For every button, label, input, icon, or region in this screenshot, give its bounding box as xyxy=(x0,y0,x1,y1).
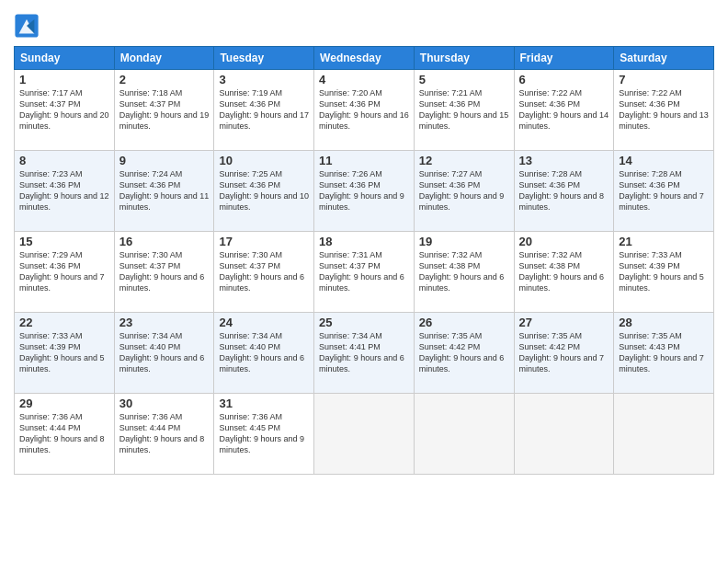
day-number: 13 xyxy=(519,154,609,167)
calendar-day-26: 26Sunrise: 7:35 AMSunset: 4:42 PMDayligh… xyxy=(414,313,514,394)
day-number: 1 xyxy=(19,73,109,86)
day-info: Sunrise: 7:32 AMSunset: 4:38 PMDaylight:… xyxy=(519,249,609,294)
day-number: 29 xyxy=(19,396,109,410)
day-info: Sunrise: 7:26 AMSunset: 4:36 PMDaylight:… xyxy=(319,168,409,213)
day-number: 5 xyxy=(419,73,509,86)
day-number: 10 xyxy=(219,154,309,167)
day-info: Sunrise: 7:30 AMSunset: 4:37 PMDaylight:… xyxy=(219,249,309,294)
calendar-day-24: 24Sunrise: 7:34 AMSunset: 4:40 PMDayligh… xyxy=(214,313,314,394)
day-info: Sunrise: 7:27 AMSunset: 4:36 PMDaylight:… xyxy=(419,168,509,213)
calendar-day-13: 13Sunrise: 7:28 AMSunset: 4:36 PMDayligh… xyxy=(514,151,614,232)
day-info: Sunrise: 7:32 AMSunset: 4:38 PMDaylight:… xyxy=(419,249,509,294)
calendar-day-6: 6Sunrise: 7:22 AMSunset: 4:36 PMDaylight… xyxy=(514,70,614,151)
day-info: Sunrise: 7:17 AMSunset: 4:37 PMDaylight:… xyxy=(19,87,109,132)
day-number: 24 xyxy=(219,316,309,329)
day-info: Sunrise: 7:35 AMSunset: 4:42 PMDaylight:… xyxy=(519,330,609,375)
calendar-day-18: 18Sunrise: 7:31 AMSunset: 4:37 PMDayligh… xyxy=(314,232,415,313)
day-number: 4 xyxy=(319,73,409,86)
day-number: 27 xyxy=(519,316,609,329)
calendar-day-28: 28Sunrise: 7:35 AMSunset: 4:43 PMDayligh… xyxy=(614,313,714,394)
calendar-day-1: 1Sunrise: 7:17 AMSunset: 4:37 PMDaylight… xyxy=(15,70,115,151)
calendar-day-16: 16Sunrise: 7:30 AMSunset: 4:37 PMDayligh… xyxy=(114,232,214,313)
calendar-day-15: 15Sunrise: 7:29 AMSunset: 4:36 PMDayligh… xyxy=(15,232,115,313)
day-info: Sunrise: 7:18 AMSunset: 4:37 PMDaylight:… xyxy=(119,87,210,132)
calendar-day-19: 19Sunrise: 7:32 AMSunset: 4:38 PMDayligh… xyxy=(414,232,514,313)
day-info: Sunrise: 7:33 AMSunset: 4:39 PMDaylight:… xyxy=(19,330,109,375)
calendar-day-11: 11Sunrise: 7:26 AMSunset: 4:36 PMDayligh… xyxy=(314,151,415,232)
calendar-day-2: 2Sunrise: 7:18 AMSunset: 4:37 PMDaylight… xyxy=(114,70,214,151)
col-header-wednesday: Wednesday xyxy=(314,47,415,70)
day-number: 31 xyxy=(219,396,309,410)
calendar-day-empty xyxy=(314,394,415,475)
day-number: 14 xyxy=(619,154,709,167)
day-number: 11 xyxy=(319,154,409,167)
day-number: 19 xyxy=(419,235,509,248)
calendar-day-empty xyxy=(614,394,714,475)
day-info: Sunrise: 7:35 AMSunset: 4:43 PMDaylight:… xyxy=(619,330,709,375)
calendar-week-4: 22Sunrise: 7:33 AMSunset: 4:39 PMDayligh… xyxy=(15,313,714,394)
calendar-day-27: 27Sunrise: 7:35 AMSunset: 4:42 PMDayligh… xyxy=(514,313,614,394)
day-info: Sunrise: 7:34 AMSunset: 4:41 PMDaylight:… xyxy=(319,330,409,375)
day-info: Sunrise: 7:36 AMSunset: 4:44 PMDaylight:… xyxy=(19,411,109,456)
day-info: Sunrise: 7:22 AMSunset: 4:36 PMDaylight:… xyxy=(519,87,609,132)
calendar-week-1: 1Sunrise: 7:17 AMSunset: 4:37 PMDaylight… xyxy=(15,70,714,151)
day-number: 21 xyxy=(619,235,709,248)
calendar-header-row: SundayMondayTuesdayWednesdayThursdayFrid… xyxy=(15,47,714,70)
day-info: Sunrise: 7:22 AMSunset: 4:36 PMDaylight:… xyxy=(619,87,709,132)
calendar-table: SundayMondayTuesdayWednesdayThursdayFrid… xyxy=(14,46,714,475)
calendar-day-22: 22Sunrise: 7:33 AMSunset: 4:39 PMDayligh… xyxy=(15,313,115,394)
calendar-day-31: 31Sunrise: 7:36 AMSunset: 4:45 PMDayligh… xyxy=(214,394,314,475)
calendar-day-7: 7Sunrise: 7:22 AMSunset: 4:36 PMDaylight… xyxy=(614,70,714,151)
day-info: Sunrise: 7:28 AMSunset: 4:36 PMDaylight:… xyxy=(619,168,709,213)
calendar-day-empty xyxy=(514,394,614,475)
day-number: 2 xyxy=(119,73,210,86)
day-number: 17 xyxy=(219,235,309,248)
col-header-saturday: Saturday xyxy=(614,47,714,70)
day-info: Sunrise: 7:28 AMSunset: 4:36 PMDaylight:… xyxy=(519,168,609,213)
col-header-friday: Friday xyxy=(514,47,614,70)
day-info: Sunrise: 7:36 AMSunset: 4:45 PMDaylight:… xyxy=(219,411,309,456)
day-info: Sunrise: 7:34 AMSunset: 4:40 PMDaylight:… xyxy=(119,330,210,375)
calendar-day-30: 30Sunrise: 7:36 AMSunset: 4:44 PMDayligh… xyxy=(114,394,214,475)
calendar-day-14: 14Sunrise: 7:28 AMSunset: 4:36 PMDayligh… xyxy=(614,151,714,232)
day-number: 8 xyxy=(19,154,109,167)
day-info: Sunrise: 7:25 AMSunset: 4:36 PMDaylight:… xyxy=(219,168,309,213)
calendar-day-17: 17Sunrise: 7:30 AMSunset: 4:37 PMDayligh… xyxy=(214,232,314,313)
day-number: 30 xyxy=(119,396,210,410)
day-number: 3 xyxy=(219,73,309,86)
day-number: 6 xyxy=(519,73,609,86)
calendar-day-10: 10Sunrise: 7:25 AMSunset: 4:36 PMDayligh… xyxy=(214,151,314,232)
calendar-week-5: 29Sunrise: 7:36 AMSunset: 4:44 PMDayligh… xyxy=(15,394,714,475)
calendar-day-empty xyxy=(414,394,514,475)
day-number: 9 xyxy=(119,154,210,167)
calendar-week-2: 8Sunrise: 7:23 AMSunset: 4:36 PMDaylight… xyxy=(15,151,714,232)
day-number: 25 xyxy=(319,316,409,329)
day-info: Sunrise: 7:30 AMSunset: 4:37 PMDaylight:… xyxy=(119,249,210,294)
day-info: Sunrise: 7:19 AMSunset: 4:36 PMDaylight:… xyxy=(219,87,309,132)
calendar-day-21: 21Sunrise: 7:33 AMSunset: 4:39 PMDayligh… xyxy=(614,232,714,313)
day-info: Sunrise: 7:34 AMSunset: 4:40 PMDaylight:… xyxy=(219,330,309,375)
calendar-day-23: 23Sunrise: 7:34 AMSunset: 4:40 PMDayligh… xyxy=(114,313,214,394)
calendar-day-8: 8Sunrise: 7:23 AMSunset: 4:36 PMDaylight… xyxy=(15,151,115,232)
day-info: Sunrise: 7:24 AMSunset: 4:36 PMDaylight:… xyxy=(119,168,210,213)
day-number: 23 xyxy=(119,316,210,329)
calendar-day-4: 4Sunrise: 7:20 AMSunset: 4:36 PMDaylight… xyxy=(314,70,415,151)
day-number: 18 xyxy=(319,235,409,248)
day-number: 12 xyxy=(419,154,509,167)
calendar-day-20: 20Sunrise: 7:32 AMSunset: 4:38 PMDayligh… xyxy=(514,232,614,313)
calendar-day-12: 12Sunrise: 7:27 AMSunset: 4:36 PMDayligh… xyxy=(414,151,514,232)
day-info: Sunrise: 7:29 AMSunset: 4:36 PMDaylight:… xyxy=(19,249,109,294)
day-info: Sunrise: 7:31 AMSunset: 4:37 PMDaylight:… xyxy=(319,249,409,294)
col-header-sunday: Sunday xyxy=(15,47,115,70)
col-header-monday: Monday xyxy=(114,47,214,70)
day-info: Sunrise: 7:20 AMSunset: 4:36 PMDaylight:… xyxy=(319,87,409,132)
day-number: 16 xyxy=(119,235,210,248)
day-number: 7 xyxy=(619,73,709,86)
day-info: Sunrise: 7:35 AMSunset: 4:42 PMDaylight:… xyxy=(419,330,509,375)
calendar-week-3: 15Sunrise: 7:29 AMSunset: 4:36 PMDayligh… xyxy=(15,232,714,313)
logo xyxy=(14,13,41,39)
day-info: Sunrise: 7:33 AMSunset: 4:39 PMDaylight:… xyxy=(619,249,709,294)
day-info: Sunrise: 7:23 AMSunset: 4:36 PMDaylight:… xyxy=(19,168,109,213)
day-number: 20 xyxy=(519,235,609,248)
calendar-day-9: 9Sunrise: 7:24 AMSunset: 4:36 PMDaylight… xyxy=(114,151,214,232)
